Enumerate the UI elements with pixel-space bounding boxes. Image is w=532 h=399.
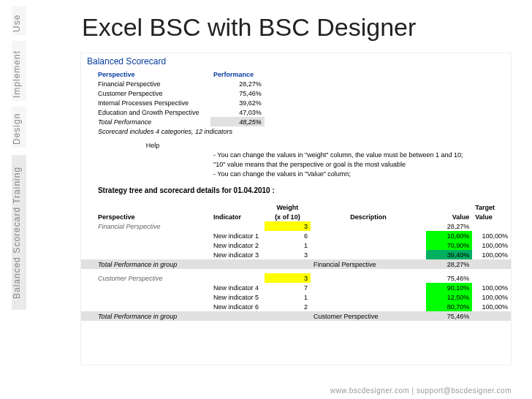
group-total-desc: Customer Perspective [311,311,426,321]
col-weight: Weight [265,202,311,212]
help-line: - You can change the values in "weight" … [210,150,511,159]
row-label: Customer Perspective [95,88,210,98]
indicator-value: 12,50% [426,292,472,302]
group-weight: 3 [265,221,311,231]
indicator-label: New indicator 6 [210,302,265,311]
indicator-value: 90,10% [426,283,472,292]
sidebar-label-design: Design [12,107,26,148]
indicator-value: 80,70% [426,302,472,311]
sidebar-label-implement: Implement [12,41,26,101]
help-line: - You can change the values in "Value" c… [210,169,511,178]
total-value: 48,25% [210,117,265,126]
group-val: 28,27% [426,221,472,231]
indicator-weight: 3 [265,250,311,259]
col-weight2: (x of 10) [265,212,311,221]
indicator-target: 100,00% [472,250,511,259]
indicator-weight: 6 [265,231,311,240]
row-value: 47,03% [210,107,265,117]
group-val: 75,46% [426,273,472,283]
group-total-val: 28,27% [426,259,472,269]
indicator-value: 70,90% [426,240,472,250]
indicator-target: 100,00% [472,283,511,292]
col-perspective2: Perspective [95,212,210,221]
col-value: Value [426,212,472,221]
row-label: Financial Perspective [95,79,210,88]
row-label: Education and Growth Perspective [95,107,210,117]
indicator-weight: 1 [265,240,311,250]
group-total-val: 75,46% [426,311,472,321]
col-indicator: Indicator [210,212,265,221]
indicator-value: 10,60% [426,231,472,240]
sidebar-label-use: Use [12,6,26,35]
indicator-label: New indicator 1 [210,231,265,240]
col-target: Target [472,202,511,212]
col-target2: Value [472,212,511,221]
group-total-label: Total Performance in group [95,311,210,321]
col-description: Description [311,212,426,221]
indicator-weight: 7 [265,283,311,292]
sheet-header: Balanced Scorecard [81,53,511,69]
perspective-table: PerspectivePerformance Financial Perspec… [81,69,511,321]
indicator-label: New indicator 2 [210,240,265,250]
group-name: Customer Perspective [95,273,210,283]
indicator-label: New indicator 5 [210,292,265,302]
row-value: 28,27% [210,79,265,88]
group-total-desc: Financial Perspective [311,259,426,269]
group-weight: 3 [265,273,311,283]
indicator-target: 100,00% [472,292,511,302]
col-performance: Performance [210,69,265,79]
excel-sheet: Balanced Scorecard PerspectivePerformanc… [80,53,512,365]
indicator-weight: 2 [265,302,311,311]
indicator-weight: 1 [265,292,311,302]
help-line: "10" value means that the perspective or… [210,159,511,169]
indicator-value: 39,40% [426,250,472,259]
indicator-target: 100,00% [472,240,511,250]
indicator-label: New indicator 4 [210,283,265,292]
col-perspective: Perspective [95,69,210,79]
slide-title: Excel BSC with BSC Designer [82,13,416,42]
help-title: Help [95,140,210,150]
row-value: 39,62% [210,98,265,107]
row-label: Internal Processes Perspective [95,98,210,107]
row-value: 75,46% [210,88,265,98]
footer-text: www.bscdesigner.com | support@bscdesigne… [0,387,532,395]
sidebar-label-training: Balanced Scorecard Training [12,155,26,310]
total-label: Total Performance [95,117,210,126]
indicator-target: 100,00% [472,231,511,240]
indicator-target: 100,00% [472,302,511,311]
indicator-label: New indicator 3 [210,250,265,259]
group-total-label: Total Performance in group [95,259,210,269]
scorecard-note: Scorecard includes 4 categories, 12 indi… [95,126,426,136]
detail-header: Strategy tree and scorecard details for … [95,186,511,195]
group-name: Financial Perspective [95,221,210,231]
sidebar-labels: Use Implement Design Balanced Scorecard … [0,0,39,399]
